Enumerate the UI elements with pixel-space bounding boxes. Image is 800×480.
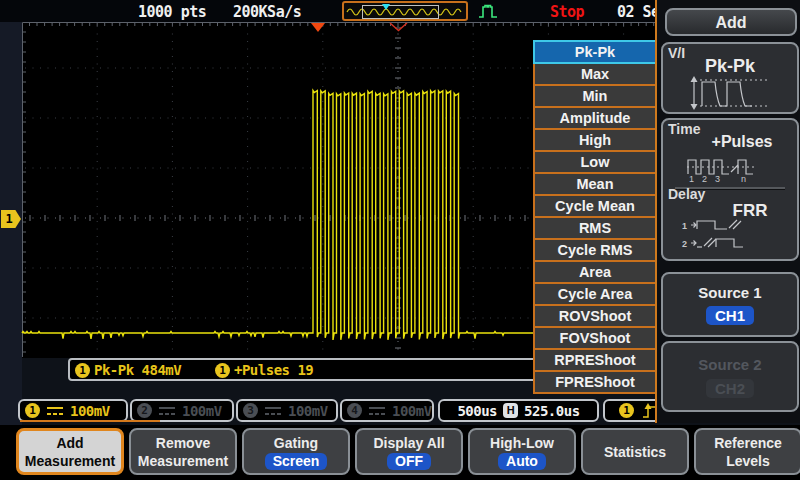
add-button[interactable]: Add [665,8,797,36]
svg-text:1: 1 [682,221,687,231]
menu-item-area[interactable]: Area [533,260,657,284]
button-label: Display All [357,434,461,452]
menu-item-rovshoot[interactable]: ROVShoot [533,304,657,328]
svg-text:2: 2 [702,174,707,184]
measurement-value: Pk-Pk 484mV [94,362,181,378]
high-low-button[interactable]: High-Low Auto [468,428,576,475]
source1-label: Source 1 [663,284,797,301]
source1-panel[interactable]: Source 1 CH1 [661,272,799,337]
channel4-status: 4 100mV [340,399,434,422]
channel1-status: 1 100mV [18,399,128,422]
horizontal-icon: H [503,403,518,418]
channel2-scale: 100mV [182,403,222,419]
display-all-button[interactable]: Display All OFF [355,428,463,475]
high-low-value-badge: Auto [498,453,546,470]
channel3-status: 3 100mV [236,399,338,422]
channel4-number-icon: 4 [347,403,362,418]
run-mode-pulse-icon [477,2,501,20]
trigger-position-marker-icon [311,23,325,32]
source2-channel-badge: CH2 [706,379,754,398]
menu-item-max[interactable]: Max [533,62,657,86]
timebase-status: 500us H 525.0us [438,399,599,422]
menu-item-rms[interactable]: RMS [533,216,657,240]
menu-item-cycle-rms[interactable]: Cycle RMS [533,238,657,262]
channel3-number-icon: 3 [243,403,258,418]
source2-panel-disabled: Source 2 CH2 [661,341,799,412]
menu-item-fovshoot[interactable]: FOVShoot [533,326,657,350]
button-label: Levels [696,452,800,470]
preview-trigger-cursor-icon [382,4,390,10]
button-label: Measurement [19,452,121,470]
channel2-number-icon: 2 [137,403,152,418]
soft-menu-sidebar: Add V/I Pk-Pk Time +Pulses [655,0,800,423]
measurement-type-menu: Pk-Pk Max Min Amplitude High Low Mean Cy… [533,40,657,394]
source1-channel-badge: CH1 [706,306,754,325]
reference-levels-button[interactable]: Reference Levels [694,428,800,475]
remove-measurement-button[interactable]: Remove Measurement [129,428,237,475]
frr-delay-icon: 1 2 [681,216,777,252]
svg-text:2: 2 [682,239,687,249]
pk-pk-icon [687,74,771,112]
dc-coupling-icon [157,405,177,417]
delay-category-label: Delay [668,186,705,202]
gating-value-badge: Screen [265,453,328,470]
time-selected-value: +Pulses [675,133,800,151]
svg-text:n: n [741,174,746,184]
menu-item-min[interactable]: Min [533,84,657,108]
time-delay-panel[interactable]: Time +Pulses 1 2 3 n Delay FRR [661,118,799,261]
menu-item-high[interactable]: High [533,128,657,152]
channel3-scale: 100mV [288,403,328,419]
channel1-number-icon: 1 [25,403,40,418]
oscilloscope-screen: 1 1000 pts 200KSa/s Stop 02 Sep 1 Pk-Pk … [0,0,800,480]
timebase-scale: 500us [457,403,497,419]
measurement-readout: 1 +Pulses 19 [215,362,313,378]
acquisition-preview [342,1,468,21]
menu-item-rpreshoot[interactable]: RPREShoot [533,348,657,372]
active-channel-underline [20,420,160,422]
run-state-indicator: Stop [550,3,584,21]
channel1-source-icon: 1 [215,363,230,378]
button-label: High-Low [470,434,574,452]
add-measurement-button[interactable]: Add Measurement [16,428,124,475]
button-label: Add [19,434,121,452]
preview-view-window [362,5,439,19]
svg-text:1: 1 [689,174,694,184]
button-label: Statistics [583,443,687,461]
measurement-readout: 1 Pk-Pk 484mV [75,362,181,378]
channel2-status: 2 100mV [130,399,234,422]
rising-edge-icon [642,403,656,419]
source2-label: Source 2 [663,356,797,373]
dc-coupling-icon [263,405,283,417]
svg-text:3: 3 [715,174,720,184]
sample-rate: 200KSa/s [233,3,301,21]
channel1-scale: 100mV [70,403,110,419]
trigger-source-icon: 1 [619,403,634,418]
menu-item-amplitude[interactable]: Amplitude [533,106,657,130]
button-label: Remove [131,434,235,452]
vi-measurement-panel[interactable]: V/I Pk-Pk [661,42,799,114]
menu-item-fpreshoot[interactable]: FPREShoot [533,370,657,394]
measurement-value: +Pulses 19 [234,362,313,378]
button-label: Reference [696,434,800,452]
statistics-button[interactable]: Statistics [581,428,689,475]
menu-item-low[interactable]: Low [533,150,657,174]
menu-item-pk-pk[interactable]: Pk-Pk [533,40,657,64]
acquisition-points: 1000 pts [138,3,206,21]
timebase-position: 525.0us [524,403,580,419]
menu-item-mean[interactable]: Mean [533,172,657,196]
display-all-value-badge: OFF [387,453,431,470]
bottom-softkey-bar: Add Measurement Remove Measurement Gatin… [0,425,800,480]
dc-coupling-icon [45,405,65,417]
menu-item-cycle-mean[interactable]: Cycle Mean [533,194,657,218]
button-label: Measurement [131,452,235,470]
dc-coupling-icon [367,405,387,417]
horizontal-expand-marker-icon [389,22,408,32]
menu-item-cycle-area[interactable]: Cycle Area [533,282,657,306]
button-label: Gating [244,434,348,452]
gating-button[interactable]: Gating Screen [242,428,350,475]
channel4-scale: 100mV [392,403,432,419]
channel1-source-icon: 1 [75,363,90,378]
plus-pulses-icon: 1 2 3 n [685,150,775,184]
